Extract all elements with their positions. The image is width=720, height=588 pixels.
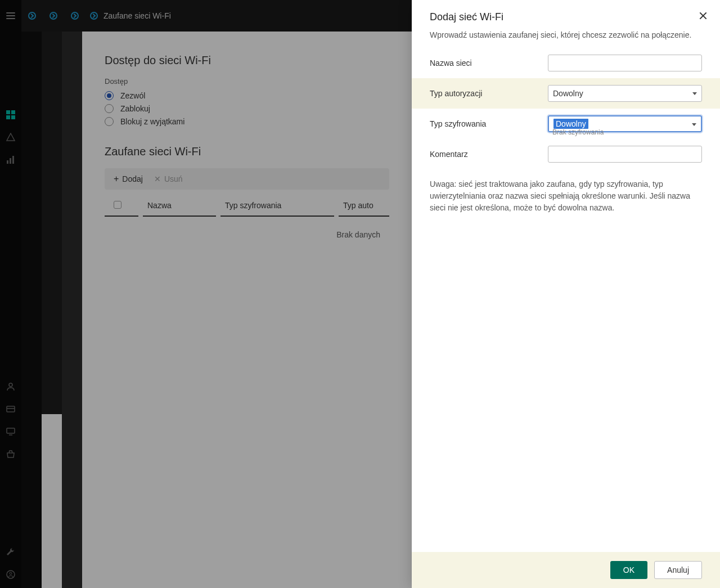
- nav-icon-monitor[interactable]: [6, 427, 15, 436]
- nav-icon-user[interactable]: [6, 382, 15, 391]
- auth-type-select[interactable]: Dowolny: [548, 85, 702, 102]
- nav-icon-stats[interactable]: [6, 155, 15, 164]
- svg-point-13: [10, 572, 12, 574]
- breadcrumb-back-2[interactable]: [43, 0, 64, 32]
- radio-icon: [105, 91, 114, 100]
- access-label: Dostęp: [105, 77, 389, 86]
- secondary-rail: [62, 32, 82, 588]
- nav-icon-account[interactable]: [6, 570, 15, 579]
- ok-button[interactable]: OK: [610, 561, 647, 579]
- nav-icon-warning[interactable]: [6, 133, 15, 142]
- form-row-encryption-type: Typ szyfrowania Dowolny Brak szyfrowania: [412, 109, 720, 139]
- breadcrumb-back-3[interactable]: [64, 0, 86, 32]
- encryption-type-select[interactable]: Dowolny Brak szyfrowania: [548, 115, 702, 132]
- panel-description: Wprowadź ustawienia zaufanej sieci, któr…: [412, 30, 720, 48]
- panel-note: Uwaga: sieć jest traktowana jako zaufana…: [412, 169, 720, 223]
- encryption-type-label: Typ szyfrowania: [430, 119, 548, 128]
- chevron-circle-icon: [71, 12, 79, 20]
- checkbox-icon: [114, 201, 122, 209]
- svg-rect-6: [12, 156, 14, 164]
- secondary-rail: [42, 32, 62, 414]
- svg-rect-5: [10, 158, 11, 164]
- nav-icon-dashboard[interactable]: [6, 110, 15, 119]
- svg-rect-10: [7, 428, 15, 433]
- svg-rect-8: [7, 406, 15, 412]
- panel-title: Dodaj sieć Wi-Fi: [430, 11, 702, 23]
- form-row-network-name: Nazwa sieci: [412, 48, 720, 78]
- add-wifi-panel: Dodaj sieć Wi-Fi Wprowadź ustawienia zau…: [412, 0, 720, 588]
- hamburger-icon: [6, 12, 15, 19]
- left-nav-rail: [0, 0, 21, 588]
- chevron-circle-icon: [90, 12, 98, 20]
- plus-icon: +: [114, 174, 119, 184]
- add-button-label: Dodaj: [122, 174, 143, 183]
- radio-label: Blokuj z wyjątkami: [120, 117, 184, 126]
- delete-button-label: Usuń: [164, 174, 183, 183]
- comment-input[interactable]: [548, 146, 702, 163]
- radio-icon: [105, 117, 114, 126]
- auth-type-label: Typ autoryzacji: [430, 89, 548, 98]
- radio-block[interactable]: Zablokuj: [105, 104, 389, 113]
- x-icon: ✕: [154, 174, 161, 183]
- column-header-name[interactable]: Nazwa: [143, 195, 216, 217]
- header-bar: Zaufane sieci Wi-Fi: [21, 0, 412, 32]
- panel-header: Dodaj sieć Wi-Fi: [412, 0, 720, 30]
- svg-rect-0: [6, 110, 10, 114]
- form-row-comment: Komentarz: [412, 139, 720, 169]
- delete-button[interactable]: ✕ Usuń: [154, 174, 183, 183]
- add-button[interactable]: + Dodaj: [114, 174, 143, 184]
- chevron-circle-icon: [28, 12, 36, 20]
- svg-rect-2: [6, 115, 10, 119]
- access-section-title: Dostęp do sieci Wi-Fi: [105, 54, 389, 67]
- breadcrumb-back-1[interactable]: [21, 0, 43, 32]
- page-title: Zaufane sieci Wi-Fi: [104, 11, 171, 20]
- nav-icon-wrench[interactable]: [6, 547, 15, 556]
- svg-rect-4: [7, 160, 8, 164]
- chevron-circle-icon: [50, 12, 57, 20]
- nav-icon-card[interactable]: [6, 405, 15, 414]
- svg-rect-1: [11, 110, 15, 114]
- table-header: Nazwa Typ szyfrowania Typ auto: [105, 195, 389, 217]
- panel-footer: OK Anuluj: [412, 552, 720, 588]
- trusted-section-title: Zaufane sieci Wi-Fi: [105, 145, 389, 158]
- main-content: Dostęp do sieci Wi-Fi Dostęp Zezwól Zabl…: [82, 32, 412, 588]
- nav-icon-basket[interactable]: [6, 450, 15, 459]
- radio-label: Zezwól: [120, 91, 145, 100]
- table-toolbar: + Dodaj ✕ Usuń: [105, 168, 389, 190]
- radio-label: Zablokuj: [120, 104, 150, 113]
- column-header-auth[interactable]: Typ auto: [339, 195, 389, 217]
- hamburger-menu-button[interactable]: [0, 0, 21, 32]
- panel-body: Nazwa sieci Typ autoryzacji Dowolny Typ …: [412, 48, 720, 552]
- no-data-text: Brak danych: [105, 217, 389, 253]
- radio-allow[interactable]: Zezwól: [105, 91, 389, 100]
- column-header-encryption[interactable]: Typ szyfrowania: [220, 195, 334, 217]
- select-all-checkbox[interactable]: [105, 195, 138, 217]
- radio-icon: [105, 104, 114, 113]
- network-name-input[interactable]: [548, 55, 702, 71]
- auth-type-value: Dowolny: [553, 89, 583, 98]
- svg-point-7: [9, 383, 12, 387]
- encryption-type-value: Dowolny: [554, 119, 588, 129]
- close-button[interactable]: [698, 10, 709, 21]
- comment-label: Komentarz: [430, 150, 548, 159]
- network-name-label: Nazwa sieci: [430, 59, 548, 68]
- secondary-rail: [21, 32, 42, 588]
- radio-block-except[interactable]: Blokuj z wyjątkami: [105, 117, 389, 126]
- cancel-button[interactable]: Anuluj: [654, 561, 702, 579]
- svg-rect-3: [11, 115, 15, 119]
- form-row-auth-type: Typ autoryzacji Dowolny: [412, 78, 720, 109]
